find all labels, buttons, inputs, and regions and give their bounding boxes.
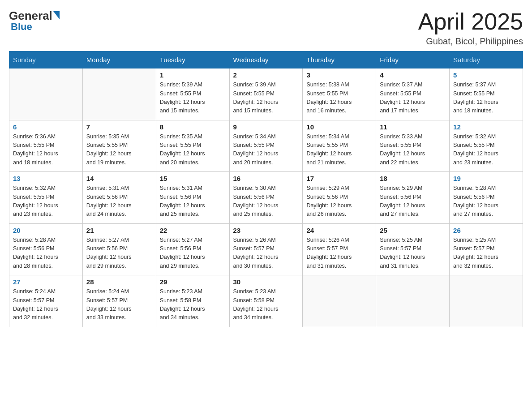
- calendar-cell: 30Sunrise: 5:23 AM Sunset: 5:58 PM Dayli…: [229, 275, 303, 327]
- location-title: Gubat, Bicol, Philippines: [418, 36, 523, 47]
- day-info: Sunrise: 5:38 AM Sunset: 5:55 PM Dayligh…: [306, 81, 372, 116]
- calendar-cell: 10Sunrise: 5:34 AM Sunset: 5:55 PM Dayli…: [303, 120, 376, 172]
- logo-triangle-icon: [53, 11, 60, 19]
- day-number: 17: [306, 175, 372, 182]
- calendar-cell: 28Sunrise: 5:24 AM Sunset: 5:57 PM Dayli…: [82, 275, 156, 327]
- day-info: Sunrise: 5:29 AM Sunset: 5:56 PM Dayligh…: [306, 184, 372, 219]
- day-info: Sunrise: 5:35 AM Sunset: 5:55 PM Dayligh…: [160, 133, 226, 167]
- day-info: Sunrise: 5:31 AM Sunset: 5:56 PM Dayligh…: [160, 184, 226, 219]
- calendar-cell: 4Sunrise: 5:37 AM Sunset: 5:55 PM Daylig…: [376, 68, 450, 120]
- calendar-week-row: 20Sunrise: 5:28 AM Sunset: 5:56 PM Dayli…: [9, 223, 523, 275]
- day-number: 28: [86, 278, 152, 286]
- day-number: 1: [160, 71, 226, 79]
- day-info: Sunrise: 5:26 AM Sunset: 5:57 PM Dayligh…: [233, 236, 299, 271]
- calendar-cell: [82, 68, 156, 120]
- day-number: 30: [233, 278, 299, 286]
- logo: General Blue: [9, 9, 60, 33]
- calendar-cell: [9, 68, 83, 120]
- day-number: 26: [453, 227, 519, 234]
- calendar-table: SundayMondayTuesdayWednesdayThursdayFrid…: [9, 51, 523, 327]
- calendar-cell: 5Sunrise: 5:37 AM Sunset: 5:55 PM Daylig…: [450, 68, 523, 120]
- day-number: 21: [86, 227, 152, 234]
- day-number: 6: [13, 123, 79, 131]
- day-info: Sunrise: 5:24 AM Sunset: 5:57 PM Dayligh…: [13, 287, 79, 322]
- calendar-cell: 13Sunrise: 5:32 AM Sunset: 5:55 PM Dayli…: [9, 172, 83, 224]
- calendar-cell: 11Sunrise: 5:33 AM Sunset: 5:55 PM Dayli…: [376, 120, 450, 172]
- page-header: General Blue April 2025 Gubat, Bicol, Ph…: [9, 9, 523, 47]
- day-number: 13: [13, 175, 79, 182]
- calendar-cell: 14Sunrise: 5:31 AM Sunset: 5:56 PM Dayli…: [82, 172, 156, 224]
- day-info: Sunrise: 5:29 AM Sunset: 5:56 PM Dayligh…: [380, 184, 446, 219]
- day-number: 14: [86, 175, 152, 182]
- calendar-cell: 26Sunrise: 5:25 AM Sunset: 5:57 PM Dayli…: [450, 223, 523, 275]
- day-info: Sunrise: 5:31 AM Sunset: 5:56 PM Dayligh…: [86, 184, 152, 219]
- day-info: Sunrise: 5:25 AM Sunset: 5:57 PM Dayligh…: [380, 236, 446, 271]
- day-info: Sunrise: 5:23 AM Sunset: 5:58 PM Dayligh…: [160, 287, 226, 322]
- calendar-cell: 9Sunrise: 5:34 AM Sunset: 5:55 PM Daylig…: [229, 120, 303, 172]
- day-info: Sunrise: 5:39 AM Sunset: 5:55 PM Dayligh…: [233, 81, 299, 116]
- day-info: Sunrise: 5:37 AM Sunset: 5:55 PM Dayligh…: [380, 81, 446, 116]
- day-info: Sunrise: 5:30 AM Sunset: 5:56 PM Dayligh…: [233, 184, 299, 219]
- calendar-cell: 6Sunrise: 5:36 AM Sunset: 5:55 PM Daylig…: [9, 120, 83, 172]
- day-number: 23: [233, 227, 299, 234]
- day-number: 25: [380, 227, 446, 234]
- header-sunday: Sunday: [9, 51, 83, 68]
- day-number: 2: [233, 71, 299, 79]
- calendar-cell: [303, 275, 376, 327]
- calendar-week-row: 1Sunrise: 5:39 AM Sunset: 5:55 PM Daylig…: [9, 68, 523, 120]
- calendar-cell: 19Sunrise: 5:28 AM Sunset: 5:56 PM Dayli…: [450, 172, 523, 224]
- calendar-header-row: SundayMondayTuesdayWednesdayThursdayFrid…: [9, 51, 523, 68]
- day-info: Sunrise: 5:37 AM Sunset: 5:55 PM Dayligh…: [453, 81, 519, 116]
- calendar-week-row: 6Sunrise: 5:36 AM Sunset: 5:55 PM Daylig…: [9, 120, 523, 172]
- calendar-cell: 15Sunrise: 5:31 AM Sunset: 5:56 PM Dayli…: [156, 172, 229, 224]
- day-info: Sunrise: 5:33 AM Sunset: 5:55 PM Dayligh…: [380, 133, 446, 167]
- day-number: 10: [306, 123, 372, 131]
- day-info: Sunrise: 5:27 AM Sunset: 5:56 PM Dayligh…: [160, 236, 226, 271]
- day-number: 12: [453, 123, 519, 131]
- calendar-cell: [376, 275, 450, 327]
- day-number: 18: [380, 175, 446, 182]
- day-info: Sunrise: 5:26 AM Sunset: 5:57 PM Dayligh…: [306, 236, 372, 271]
- header-thursday: Thursday: [303, 51, 376, 68]
- day-info: Sunrise: 5:34 AM Sunset: 5:55 PM Dayligh…: [306, 133, 372, 167]
- header-monday: Monday: [82, 51, 156, 68]
- calendar-cell: 7Sunrise: 5:35 AM Sunset: 5:55 PM Daylig…: [82, 120, 156, 172]
- day-number: 3: [306, 71, 372, 79]
- day-number: 8: [160, 123, 226, 131]
- day-info: Sunrise: 5:28 AM Sunset: 5:56 PM Dayligh…: [453, 184, 519, 219]
- header-wednesday: Wednesday: [229, 51, 303, 68]
- calendar-cell: 29Sunrise: 5:23 AM Sunset: 5:58 PM Dayli…: [156, 275, 229, 327]
- day-info: Sunrise: 5:28 AM Sunset: 5:56 PM Dayligh…: [13, 236, 79, 271]
- title-area: April 2025 Gubat, Bicol, Philippines: [418, 9, 523, 47]
- header-saturday: Saturday: [450, 51, 523, 68]
- day-number: 5: [453, 71, 519, 79]
- day-info: Sunrise: 5:32 AM Sunset: 5:55 PM Dayligh…: [13, 184, 79, 219]
- day-number: 22: [160, 227, 226, 234]
- calendar-cell: 12Sunrise: 5:32 AM Sunset: 5:55 PM Dayli…: [450, 120, 523, 172]
- day-number: 9: [233, 123, 299, 131]
- day-number: 27: [13, 278, 79, 286]
- calendar-cell: 8Sunrise: 5:35 AM Sunset: 5:55 PM Daylig…: [156, 120, 229, 172]
- day-info: Sunrise: 5:39 AM Sunset: 5:55 PM Dayligh…: [160, 81, 226, 116]
- day-number: 11: [380, 123, 446, 131]
- day-number: 7: [86, 123, 152, 131]
- day-info: Sunrise: 5:27 AM Sunset: 5:56 PM Dayligh…: [86, 236, 152, 271]
- header-friday: Friday: [376, 51, 450, 68]
- calendar-cell: 21Sunrise: 5:27 AM Sunset: 5:56 PM Dayli…: [82, 223, 156, 275]
- day-info: Sunrise: 5:36 AM Sunset: 5:55 PM Dayligh…: [13, 133, 79, 167]
- calendar-cell: 27Sunrise: 5:24 AM Sunset: 5:57 PM Dayli…: [9, 275, 83, 327]
- logo-blue-text: Blue: [11, 21, 32, 33]
- day-info: Sunrise: 5:32 AM Sunset: 5:55 PM Dayligh…: [453, 133, 519, 167]
- calendar-cell: 20Sunrise: 5:28 AM Sunset: 5:56 PM Dayli…: [9, 223, 83, 275]
- day-number: 15: [160, 175, 226, 182]
- calendar-cell: 18Sunrise: 5:29 AM Sunset: 5:56 PM Dayli…: [376, 172, 450, 224]
- calendar-cell: 23Sunrise: 5:26 AM Sunset: 5:57 PM Dayli…: [229, 223, 303, 275]
- calendar-cell: 24Sunrise: 5:26 AM Sunset: 5:57 PM Dayli…: [303, 223, 376, 275]
- calendar-week-row: 13Sunrise: 5:32 AM Sunset: 5:55 PM Dayli…: [9, 172, 523, 224]
- day-number: 16: [233, 175, 299, 182]
- day-info: Sunrise: 5:34 AM Sunset: 5:55 PM Dayligh…: [233, 133, 299, 167]
- month-title: April 2025: [418, 9, 523, 34]
- day-info: Sunrise: 5:35 AM Sunset: 5:55 PM Dayligh…: [86, 133, 152, 167]
- day-number: 29: [160, 278, 226, 286]
- day-number: 19: [453, 175, 519, 182]
